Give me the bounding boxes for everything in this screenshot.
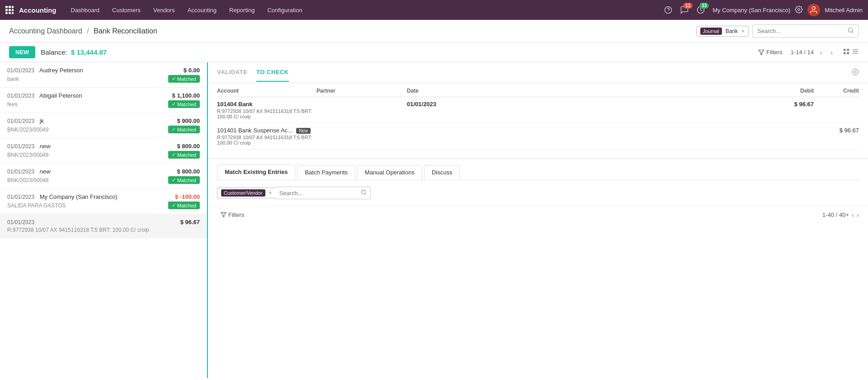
journal-account-cell: 101404 Bank R:9772938 10/07 AX 941511631…	[217, 101, 316, 119]
svg-point-24	[854, 71, 856, 73]
right-panel: VALIDATE TO CHECK Account Partner Date D…	[208, 62, 868, 378]
svg-rect-8	[12, 12, 14, 14]
txn-ref: BNK/2023/00048	[7, 177, 48, 183]
bottom-tab-discuss[interactable]: Discuss	[424, 165, 460, 179]
journal-filter-value: Bank	[726, 28, 738, 34]
bottom-filter-label-text: Filters	[228, 211, 244, 218]
col-credit: Credit	[814, 88, 859, 94]
txn-ref: SALIDA PARA GASTOS	[7, 202, 66, 209]
transaction-item[interactable]: 01/01/2023 new $ 800.00 BNK/2023/00048 ✓…	[0, 164, 207, 189]
main-search-input[interactable]	[753, 25, 843, 37]
breadcrumb-link[interactable]: Accounting Dashboard	[9, 27, 82, 35]
txn-date: 01/01/2023	[7, 67, 34, 74]
txn-name: new	[40, 168, 51, 175]
filter-button[interactable]: Filters	[755, 47, 786, 57]
user-avatar[interactable]	[807, 4, 820, 16]
transaction-item[interactable]: 01/01/2023 new $ 800.00 BNK/2023/00048 ✓…	[0, 138, 207, 164]
journal-credit: $ 96.67	[814, 127, 859, 134]
tab-to-check[interactable]: TO CHECK	[256, 63, 289, 82]
balance-amount: $ 13,444.87	[71, 48, 107, 56]
svg-rect-3	[5, 9, 8, 11]
main-toolbar: NEW Balance: $ 13,444.87 Filters 1-14 / …	[0, 42, 868, 62]
bottom-next-button[interactable]: ›	[857, 211, 859, 219]
svg-rect-2	[12, 6, 14, 8]
bottom-tab-batch-payments[interactable]: Batch Payments	[297, 165, 355, 179]
matched-badge: ✓Matched	[168, 126, 200, 133]
journal-filter-remove[interactable]: ×	[741, 28, 745, 34]
check-icon: ✓	[172, 127, 176, 132]
txn-ref: BNK/2023/00048	[7, 152, 48, 158]
support-icon-btn[interactable]	[664, 5, 673, 14]
col-debit: Debit	[479, 88, 814, 94]
journal-account-cell: 101401 Bank Suspense Ac...New R:9772938 …	[217, 127, 316, 145]
transaction-item[interactable]: 01/01/2023 My Company (San Francisco) $ …	[0, 189, 207, 214]
transaction-item[interactable]: 01/01/2023 jk $ 900.00 BNK/2023/00049 ✓M…	[0, 113, 207, 138]
svg-marker-16	[759, 50, 764, 55]
journal-account: 101401 Bank Suspense Ac...New	[217, 127, 316, 134]
check-icon: ✓	[172, 177, 176, 183]
bottom-pagination-info: 1-40 / 40+	[822, 211, 849, 218]
cv-filter-label: Customer/Vendor	[221, 189, 265, 197]
chat-icon-btn[interactable]: 11	[680, 5, 689, 14]
pagination-info: 1-14 / 14	[791, 49, 814, 56]
txn-amount: $ 900.00	[177, 117, 200, 124]
prev-page-button[interactable]: ‹	[818, 48, 824, 56]
list-view-button[interactable]	[852, 48, 859, 57]
bottom-filter-button[interactable]: Filters	[217, 210, 248, 220]
bottom-tab-match-existing-entries[interactable]: Match Existing Entries	[217, 164, 295, 180]
journal-entries-table: Account Partner Date Debit Credit 101404…	[208, 83, 868, 150]
journal-filter-tag[interactable]: Journal Bank ×	[696, 26, 749, 37]
journal-row: 101401 Bank Suspense Ac...New R:9772938 …	[217, 123, 859, 150]
action-tab-settings-icon[interactable]	[852, 68, 859, 77]
journal-account: 101404 Bank	[217, 101, 316, 108]
svg-line-26	[365, 193, 366, 194]
transaction-item[interactable]: 01/01/2023 Audrey Peterson $ 0.00 bank ✓…	[0, 62, 207, 88]
svg-rect-1	[9, 6, 11, 8]
svg-point-14	[849, 28, 853, 32]
cv-filter-remove[interactable]: ×	[269, 190, 272, 196]
settings-icon[interactable]	[795, 5, 803, 15]
company-name[interactable]: My Company (San Francisco)	[712, 7, 790, 14]
journal-account-sub: R:9772938 10/07 AX 9415116318 T:5 BRT: 1…	[217, 135, 316, 145]
svg-marker-27	[221, 213, 226, 217]
cv-filter-tag[interactable]: Customer/Vendor ×	[217, 188, 276, 198]
breadcrumb-current: Bank Reconciliation	[94, 27, 157, 35]
next-page-button[interactable]: ›	[829, 48, 835, 56]
kanban-view-button[interactable]	[843, 48, 850, 57]
journal-debit: $ 96.67	[479, 101, 814, 108]
top-navigation: Accounting Dashboard Customers Vendors A…	[0, 0, 868, 20]
nav-configuration[interactable]: Configuration	[262, 4, 307, 16]
svg-point-13	[812, 7, 816, 10]
matched-badge: ✓Matched	[168, 75, 200, 83]
tab-validate[interactable]: VALIDATE	[217, 63, 247, 82]
journal-filter-label: Journal	[700, 28, 722, 35]
bottom-search-area: Customer/Vendor ×	[208, 180, 868, 206]
txn-name: My Company (San Francisco)	[40, 193, 118, 200]
user-name[interactable]: Mitchell Admin	[825, 7, 863, 14]
bottom-search-button[interactable]	[357, 187, 370, 199]
bottom-prev-button[interactable]: ‹	[852, 211, 854, 219]
svg-point-25	[361, 190, 365, 194]
app-brand[interactable]: Accounting	[19, 6, 57, 14]
new-button[interactable]: NEW	[9, 46, 35, 58]
bottom-search-input[interactable]	[276, 188, 357, 199]
grid-icon[interactable]	[5, 6, 14, 14]
nav-reporting[interactable]: Reporting	[224, 4, 260, 16]
breadcrumb: Accounting Dashboard / Bank Reconciliati…	[9, 27, 691, 35]
nav-accounting[interactable]: Accounting	[182, 4, 222, 16]
nav-vendors[interactable]: Vendors	[148, 4, 180, 16]
chat-badge: 11	[683, 3, 693, 9]
new-badge: New	[296, 128, 311, 134]
activity-icon-btn[interactable]: 33	[696, 5, 705, 14]
txn-name: jk	[40, 117, 44, 124]
nav-customers[interactable]: Customers	[107, 4, 146, 16]
transaction-item[interactable]: 01/01/2023 Abigail Peterson $ 1,100.00 f…	[0, 88, 207, 113]
activity-badge: 33	[699, 3, 709, 9]
transaction-item[interactable]: 01/01/2023 $ 96.67 R:9772938 10/07 AX 94…	[0, 214, 207, 238]
bottom-tab-manual-operations[interactable]: Manual Operations	[357, 165, 422, 179]
txn-ref: R:9772938 10/07 AX 9415116318 T:5 BRT: 1…	[7, 227, 149, 233]
svg-rect-18	[847, 49, 849, 51]
nav-dashboard[interactable]: Dashboard	[66, 4, 105, 16]
main-layout: 01/01/2023 Audrey Peterson $ 0.00 bank ✓…	[0, 62, 868, 378]
main-search-button[interactable]	[843, 25, 859, 37]
